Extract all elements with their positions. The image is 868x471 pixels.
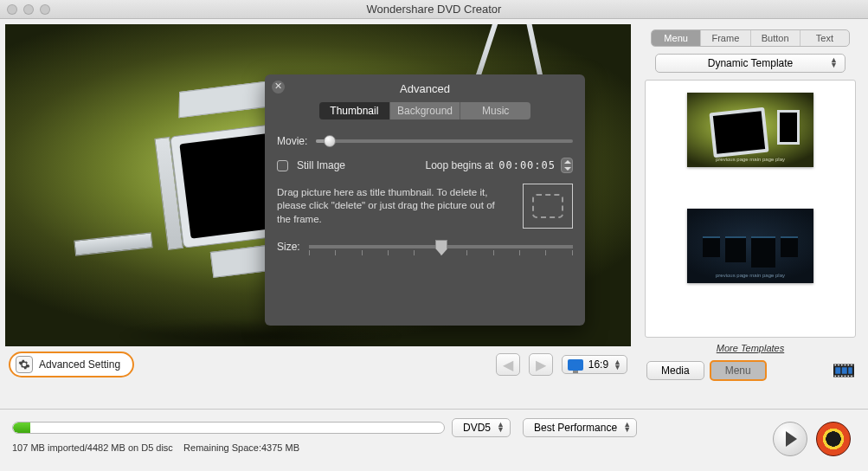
tab-thumbnail[interactable]: Thumbnail	[319, 102, 389, 119]
svg-rect-13	[838, 376, 839, 377]
loop-time-value: 00:00:05	[498, 159, 556, 171]
sidebar-tab-menu[interactable]: Menu	[652, 30, 700, 46]
quality-value: Best Performance	[534, 422, 617, 434]
template-thumb[interactable]: previous page main page play	[687, 93, 813, 167]
svg-rect-14	[841, 376, 843, 377]
menu-preview[interactable]: play ✕ Advanced Thumbnail Background Mus…	[5, 24, 631, 346]
filmstrip-icon[interactable]	[833, 363, 854, 378]
preview-play-button[interactable]	[773, 422, 807, 456]
loop-begin-label: Loop begins at	[425, 159, 493, 171]
menu-button[interactable]: Menu	[710, 360, 767, 381]
template-caption: previous page main page play	[687, 273, 813, 278]
drag-hint-text: Drag picture here as title thumbnail. To…	[277, 186, 511, 227]
tab-music[interactable]: Music	[460, 102, 530, 119]
chevron-updown-icon: ▲▼	[830, 57, 838, 68]
svg-rect-11	[851, 365, 852, 366]
template-category-select[interactable]: Dynamic Template ▲▼	[655, 54, 845, 73]
svg-rect-17	[851, 376, 852, 377]
svg-rect-10	[848, 365, 850, 366]
svg-rect-15	[845, 376, 846, 377]
close-window-icon[interactable]	[7, 4, 17, 15]
movie-slider[interactable]	[316, 139, 573, 143]
size-slider[interactable]	[309, 245, 573, 248]
sidebar-tab-button[interactable]: Button	[750, 30, 800, 46]
quality-select[interactable]: Best Performance ▲▼	[523, 418, 637, 437]
advanced-tabs: Thumbnail Background Music	[319, 102, 530, 119]
svg-rect-2	[842, 367, 847, 374]
template-caption: previous page main page play	[687, 157, 813, 162]
close-icon[interactable]: ✕	[272, 81, 285, 94]
loop-time-stepper[interactable]	[561, 158, 573, 173]
tab-background[interactable]: Background	[389, 102, 460, 119]
advanced-panel: ✕ Advanced Thumbnail Background Music Mo…	[265, 74, 585, 326]
size-label: Size:	[277, 241, 300, 253]
zoom-window-icon[interactable]	[40, 4, 50, 15]
preview-toolbar: Advanced Setting ◀ ▶ 16:9 ▲▼	[0, 346, 636, 383]
advanced-setting-label: Advanced Setting	[39, 358, 120, 371]
svg-rect-9	[845, 365, 846, 366]
svg-rect-12	[835, 376, 837, 377]
monitor-icon	[568, 359, 583, 371]
more-templates-link[interactable]: More Templates	[641, 343, 859, 353]
svg-rect-7	[838, 365, 839, 366]
prev-button[interactable]: ◀	[496, 353, 520, 376]
advanced-title: Advanced	[277, 82, 573, 95]
disc-usage-bar	[12, 422, 445, 434]
svg-rect-16	[848, 376, 850, 377]
still-image-checkbox[interactable]	[277, 160, 288, 171]
svg-rect-1	[835, 367, 840, 374]
template-thumb[interactable]: previous page main page play	[687, 209, 813, 283]
thumbnail-dropzone[interactable]	[523, 184, 573, 229]
minimize-window-icon[interactable]	[23, 4, 34, 15]
template-category-value: Dynamic Template	[708, 57, 793, 69]
aspect-ratio-value: 16:9	[588, 358, 608, 371]
disc-type-select[interactable]: DVD5 ▲▼	[452, 418, 511, 437]
sidebar-tab-text[interactable]: Text	[800, 30, 849, 46]
aspect-ratio-select[interactable]: 16:9 ▲▼	[562, 355, 627, 374]
media-button[interactable]: Media	[646, 361, 704, 380]
status-imported: 107 MB imported/4482 MB on D5 disc	[12, 442, 173, 453]
window-controls	[7, 4, 50, 15]
status-remaining: Remaining Space:4375 MB	[183, 442, 299, 453]
svg-rect-3	[848, 367, 852, 374]
gear-icon	[16, 356, 33, 373]
chevron-updown-icon: ▲▼	[623, 422, 631, 432]
sidebar-tabs: Menu Frame Button Text	[651, 29, 850, 47]
advanced-setting-button[interactable]: Advanced Setting	[9, 352, 134, 377]
window-title: Wondershare DVD Creator	[0, 3, 868, 16]
chevron-updown-icon: ▲▼	[497, 422, 505, 432]
burn-button[interactable]	[816, 422, 851, 456]
chevron-updown-icon: ▲▼	[614, 359, 621, 370]
still-image-label: Still Image	[297, 159, 345, 171]
next-button[interactable]: ▶	[529, 353, 553, 376]
titlebar: Wondershare DVD Creator	[0, 0, 868, 19]
svg-rect-8	[841, 365, 843, 366]
template-list[interactable]: previous page main page play previous pa…	[645, 80, 856, 338]
sidebar: Menu Frame Button Text Dynamic Template …	[636, 19, 868, 383]
sidebar-tab-frame[interactable]: Frame	[700, 30, 749, 46]
movie-label: Movie:	[277, 135, 307, 147]
disc-type-value: DVD5	[463, 422, 491, 434]
bottom-bar: DVD5 ▲▼ Best Performance ▲▼ 107 MB impor…	[0, 409, 868, 471]
svg-rect-6	[835, 365, 837, 366]
